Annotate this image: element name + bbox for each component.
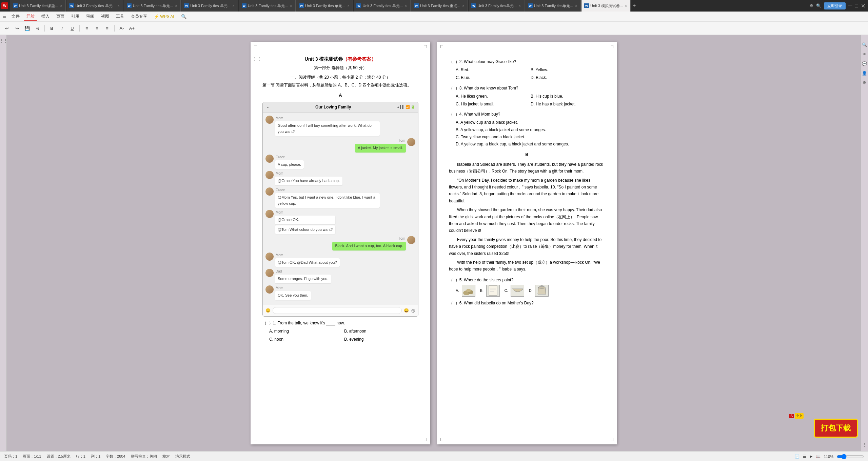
tab-2[interactable]: W Unit 3 Family ties 单元... × <box>66 0 123 12</box>
toolbar-save[interactable]: 💾 <box>23 24 31 32</box>
sidebar-settings-icon[interactable]: ⚙ <box>862 80 868 86</box>
tab-4[interactable]: W Unit 3 Family ties 单元... × <box>181 0 238 12</box>
menu-page[interactable]: 页面 <box>54 13 67 20</box>
hamburger-icon[interactable]: ☰ <box>3 14 6 19</box>
sidebar-scroll-icon[interactable]: ⋮ <box>862 442 868 448</box>
new-tab-button[interactable]: + <box>631 3 637 9</box>
q5-images: A. B. <box>449 285 605 297</box>
tab-3-close[interactable]: × <box>174 3 178 8</box>
q5-label-d: D. <box>529 288 533 293</box>
q5-label-a: A. <box>456 288 459 293</box>
chat-msg-5: Grace @Mom Yes, but I want a new one. I … <box>265 187 415 208</box>
question-2-block: （ ）2. What colour may Grace like? A. Red… <box>449 59 605 82</box>
status-readmode[interactable]: 演示模式 <box>175 454 190 459</box>
close-button[interactable]: ✕ <box>861 3 865 9</box>
toolbar-redo[interactable]: ↪ <box>13 24 21 32</box>
login-button[interactable]: 立即登录 <box>824 2 846 9</box>
view-icon-web[interactable]: ☰ <box>803 454 806 459</box>
menu-file[interactable]: 文件 <box>9 13 22 20</box>
view-icon-outline[interactable]: ▶ <box>810 454 812 459</box>
settings-icon[interactable]: ⚙ <box>810 3 813 8</box>
sidebar-chat-icon[interactable]: 💬 <box>862 61 868 67</box>
zoom-slider[interactable] <box>837 454 864 459</box>
toolbar-align-left[interactable]: ≡ <box>83 24 91 32</box>
chat-signal-icons: ▲▌▌ 📶 🔋 <box>396 104 415 110</box>
menu-view[interactable]: 视图 <box>98 13 112 20</box>
question-3-block: （ ）3. What do we know about Tom? A. He l… <box>449 85 605 108</box>
search-nav-icon[interactable]: 🔍 <box>816 3 821 8</box>
svg-point-8 <box>538 286 545 288</box>
tab-list: W W Unit 3 Family ties课题... × W Unit 3 F… <box>0 0 637 12</box>
toolbar-underline[interactable]: U <box>68 24 76 32</box>
tab-10-close[interactable]: × <box>574 3 578 8</box>
chat-footer: 😊 😄 ⊕ <box>263 305 418 317</box>
chat-back-icon[interactable]: ← <box>266 104 270 111</box>
tab-11[interactable]: W Unit 3 模拟测试卷... × <box>581 0 631 12</box>
minimize-button[interactable]: ─ <box>848 3 852 9</box>
toolbar-align-center[interactable]: ≡ <box>93 24 101 32</box>
download-banner[interactable]: 打包下载 <box>814 419 858 438</box>
tab-2-close[interactable]: × <box>117 3 120 8</box>
toolbar-undo[interactable]: ↩ <box>3 24 11 32</box>
sidebar-eye-icon[interactable]: 👁 <box>862 51 868 57</box>
chat-input[interactable] <box>273 307 402 314</box>
tab-1[interactable]: W Unit 3 Family ties课题... × <box>10 0 66 12</box>
mom-msg-2-wrap: Mom @Grace You have already had a cup. <box>275 171 342 185</box>
tab-6[interactable]: W Unit 3 Family ties 单元... × <box>296 0 353 12</box>
tab-7-close[interactable]: × <box>404 3 408 8</box>
view-icon-read[interactable]: 📖 <box>816 454 821 459</box>
menu-vip[interactable]: 会员专享 <box>128 13 150 20</box>
q5-img-d-wrap: D. <box>529 285 550 297</box>
q5-label-c: C. <box>505 288 508 293</box>
tab-8[interactable]: W Unit 3 Family ties 重点... × <box>411 0 468 12</box>
q5-img-a <box>462 285 475 297</box>
tab-9[interactable]: W Unit 3 Family ties单元... × <box>469 0 524 12</box>
toolbar-align-right[interactable]: ≡ <box>103 24 111 32</box>
tab-8-close[interactable]: × <box>461 3 465 8</box>
p2-corner-tl <box>440 45 443 48</box>
chat-header: ← Our Loving Family ▲▌▌ 📶 🔋 <box>263 102 418 113</box>
grace-bubble-2: @Mom Yes, but I want a new one. I don't … <box>275 193 380 208</box>
chat-sticker-icon[interactable]: 😄 <box>404 307 409 314</box>
toolbar-italic[interactable]: I <box>58 24 66 32</box>
tab-3-icon: W <box>127 3 132 8</box>
tab-11-close[interactable]: × <box>624 3 628 8</box>
corner-tl <box>254 45 257 48</box>
tab-10[interactable]: W Unit 3 Family ties单元... × <box>525 0 581 12</box>
tab-5-close[interactable]: × <box>289 3 293 8</box>
menu-tools[interactable]: 工具 <box>113 13 127 20</box>
menu-reference[interactable]: 引用 <box>68 13 82 20</box>
maximize-button[interactable]: □ <box>855 3 858 9</box>
chat-emoji-icon[interactable]: 😊 <box>265 307 271 314</box>
toolbar-bold[interactable]: B <box>48 24 56 32</box>
search-icon[interactable]: 🔍 <box>181 14 186 19</box>
menu-wps-ai[interactable]: ⚡ WPS AI <box>151 13 177 20</box>
tab-6-close[interactable]: × <box>347 3 350 8</box>
grace-sender-1: Grace <box>275 155 304 160</box>
tom-sender-2: Tom <box>332 236 406 241</box>
p2-corner-bl <box>440 438 443 441</box>
sidebar-search-icon[interactable]: 🔍 <box>862 42 868 48</box>
mom-msg-3-wrap: Mom @Grace OK. @Tom What colour do you w… <box>275 210 335 234</box>
grace-avatar-2 <box>265 187 274 196</box>
view-icon-normal[interactable]: 📄 <box>795 454 800 459</box>
toolbar-font-size-increase[interactable]: A+ <box>128 24 136 32</box>
tab-7[interactable]: W Unit 3 Family ties 单元... × <box>354 0 410 12</box>
tab-4-close[interactable]: × <box>232 3 235 8</box>
toolbar-print[interactable]: 🖨 <box>33 24 41 32</box>
mom-sender-5: Mom <box>275 253 340 258</box>
tab-9-close[interactable]: × <box>518 3 521 8</box>
menu-review[interactable]: 审阅 <box>83 13 97 20</box>
menu-start[interactable]: 开始 <box>24 12 37 21</box>
tab-1-close[interactable]: × <box>60 3 63 8</box>
sidebar-person-icon[interactable]: 👤 <box>862 70 868 76</box>
menu-insert[interactable]: 插入 <box>39 13 52 20</box>
tab-11-icon: W <box>584 3 589 8</box>
tab-3[interactable]: W Unit 3 Family ties 单元... × <box>124 0 181 12</box>
toolbar-font-size-decrease[interactable]: A- <box>118 24 126 32</box>
chat-add-icon[interactable]: ⊕ <box>411 306 415 315</box>
chat-body: Mom Good afternoon! I will buy something… <box>263 113 418 305</box>
passage-b-p5: With the help of their family, the two s… <box>449 259 605 273</box>
status-proofread[interactable]: 校对 <box>162 454 170 459</box>
tab-5[interactable]: W Unit 3 Family ties 单元... × <box>239 0 296 12</box>
